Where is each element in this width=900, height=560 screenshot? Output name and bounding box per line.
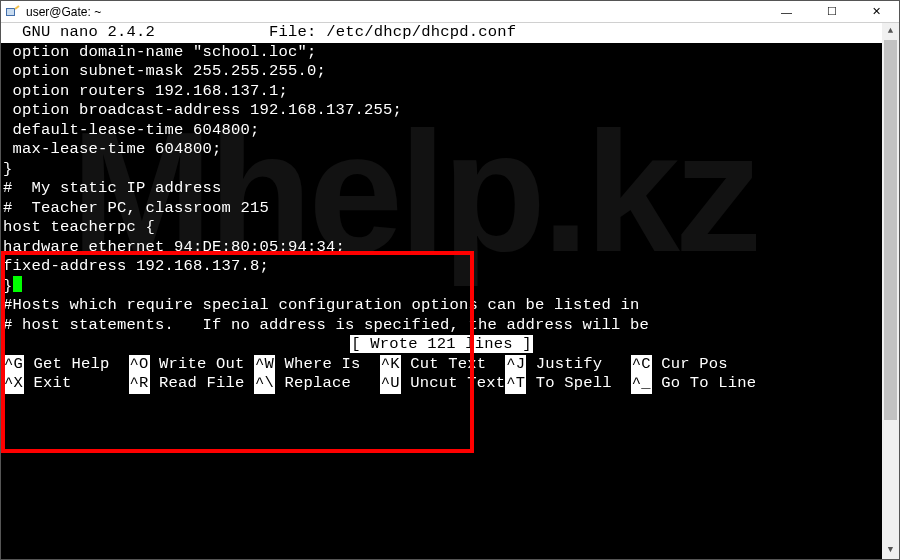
text-cursor: [13, 276, 22, 292]
shortcut-key[interactable]: ^\: [254, 374, 275, 394]
terminal[interactable]: Mhelp.kz GNU nano 2.4.2 File: /etc/dhcp/…: [1, 23, 899, 559]
shortcut-key[interactable]: ^W: [254, 355, 275, 375]
shortcut-key[interactable]: ^T: [505, 374, 526, 394]
code-line: #Hosts which require special configurati…: [1, 296, 882, 316]
shortcut-label: Go To Line: [652, 374, 757, 394]
close-button[interactable]: ✕: [854, 2, 899, 22]
code-line: # My static IP address: [1, 179, 882, 199]
shortcut-label: Cut Text: [401, 355, 506, 375]
scroll-up-arrow-icon[interactable]: ▲: [882, 23, 899, 40]
terminal-inner: GNU nano 2.4.2 File: /etc/dhcp/dhcpd.con…: [1, 23, 882, 559]
minimize-button[interactable]: —: [764, 2, 809, 22]
nano-shortcut-row: ^X Exit ^R Read File ^\ Replace ^U Uncut…: [1, 374, 882, 394]
shortcut-label: Exit: [24, 374, 129, 394]
nano-file-label: File:: [269, 23, 317, 41]
code-line: max-lease-time 604800;: [1, 140, 882, 160]
vertical-scrollbar[interactable]: ▲ ▼: [882, 23, 899, 559]
putty-icon: [5, 4, 21, 20]
shortcut-label: Read File: [150, 374, 255, 394]
nano-status: [ Wrote 121 lines ]: [1, 335, 882, 355]
code-line: host teacherpc {: [1, 218, 882, 238]
code-line: }: [1, 277, 882, 297]
nano-app: GNU nano: [22, 23, 98, 41]
shortcut-label: Get Help: [24, 355, 129, 375]
svg-line-2: [15, 6, 19, 9]
shortcut-label: Where Is: [275, 355, 380, 375]
nano-version: 2.4.2: [108, 23, 156, 41]
nano-header: GNU nano 2.4.2 File: /etc/dhcp/dhcpd.con…: [1, 23, 882, 43]
shortcut-key[interactable]: ^_: [631, 374, 652, 394]
shortcut-label: Cur Pos: [652, 355, 728, 375]
shortcut-key[interactable]: ^K: [380, 355, 401, 375]
shortcut-key[interactable]: ^O: [129, 355, 150, 375]
shortcut-key[interactable]: ^G: [3, 355, 24, 375]
code-line: hardware ethernet 94:DE:80:05:94:34;: [1, 238, 882, 258]
nano-file-path: /etc/dhcp/dhcpd.conf: [326, 23, 516, 41]
nano-status-text: [ Wrote 121 lines ]: [350, 335, 533, 353]
code-line: # Teacher PC, classroom 215: [1, 199, 882, 219]
shortcut-label: To Spell: [526, 374, 631, 394]
code-line: }: [1, 160, 882, 180]
nano-shortcut-row: ^G Get Help ^O Write Out ^W Where Is ^K …: [1, 355, 882, 375]
scroll-down-arrow-icon[interactable]: ▼: [882, 542, 899, 559]
code-text: }: [3, 277, 13, 295]
shortcut-label: Uncut Text: [401, 374, 506, 394]
code-line: option domain-name "school.loc";: [1, 43, 882, 63]
scrollbar-track[interactable]: [882, 40, 899, 542]
shortcut-key[interactable]: ^R: [129, 374, 150, 394]
code-line: default-lease-time 604800;: [1, 121, 882, 141]
code-line: option routers 192.168.137.1;: [1, 82, 882, 102]
code-line: fixed-address 192.168.137.8;: [1, 257, 882, 277]
titlebar[interactable]: user@Gate: ~ — ☐ ✕: [1, 1, 899, 23]
code-line: # host statements. If no address is spec…: [1, 316, 882, 336]
shortcut-key[interactable]: ^C: [631, 355, 652, 375]
shortcut-key[interactable]: ^X: [3, 374, 24, 394]
scrollbar-thumb[interactable]: [884, 40, 897, 420]
shortcut-label: Replace: [275, 374, 380, 394]
shortcut-key[interactable]: ^J: [505, 355, 526, 375]
shortcut-label: Justify: [526, 355, 631, 375]
window-title: user@Gate: ~: [26, 5, 101, 19]
shortcut-label: Write Out: [150, 355, 255, 375]
svg-rect-1: [7, 9, 14, 15]
shortcut-key[interactable]: ^U: [380, 374, 401, 394]
code-line: option broadcast-address 192.168.137.255…: [1, 101, 882, 121]
code-line: option subnet-mask 255.255.255.0;: [1, 62, 882, 82]
app-window: user@Gate: ~ — ☐ ✕ Mhelp.kz GNU nano 2.4…: [0, 0, 900, 560]
maximize-button[interactable]: ☐: [809, 2, 854, 22]
